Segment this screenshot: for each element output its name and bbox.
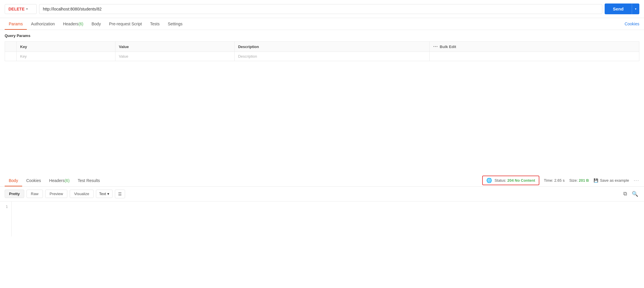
send-dropdown-button[interactable]: ▾ xyxy=(632,3,639,14)
request-tabs: Params Authorization Headers(6) Body Pre… xyxy=(0,18,644,30)
line-number-1: 1 xyxy=(3,204,8,209)
params-table: Key Value Description ··· Bulk Edit xyxy=(5,41,639,61)
time-display: Time: 2.65 s xyxy=(544,178,565,183)
wrap-icon: ☰ xyxy=(118,192,122,196)
search-icon: 🔍 xyxy=(632,191,638,197)
status-code: 204 No Content xyxy=(507,178,535,183)
tab-pre-request-script[interactable]: Pre-request Script xyxy=(105,18,146,30)
format-pretty-button[interactable]: Pretty xyxy=(5,190,24,198)
code-content[interactable] xyxy=(12,202,644,236)
method-label: DELETE xyxy=(8,7,24,11)
code-area: 1 xyxy=(0,202,644,236)
wrap-lines-button[interactable]: ☰ xyxy=(115,190,125,198)
bulk-edit-label[interactable]: Bulk Edit xyxy=(440,45,456,49)
middle-spacer xyxy=(0,61,644,175)
copy-icon: ⧉ xyxy=(623,191,627,197)
format-visualize-button[interactable]: Visualize xyxy=(70,190,94,198)
description-header: Description xyxy=(234,42,429,52)
save-example-button[interactable]: 💾 Save as example xyxy=(594,178,629,183)
save-icon: 💾 xyxy=(594,178,598,183)
key-header: Key xyxy=(17,42,115,52)
tab-params[interactable]: Params xyxy=(5,18,27,30)
params-table-wrapper: Key Value Description ··· Bulk Edit xyxy=(0,41,644,61)
copy-button[interactable]: ⧉ xyxy=(622,190,628,198)
tab-authorization[interactable]: Authorization xyxy=(27,18,59,30)
format-raw-button[interactable]: Raw xyxy=(27,190,43,198)
more-options-icon[interactable]: ··· xyxy=(634,178,639,183)
value-header: Value xyxy=(115,42,234,52)
response-tab-body[interactable]: Body xyxy=(5,175,22,186)
tab-body[interactable]: Body xyxy=(87,18,105,30)
tab-settings[interactable]: Settings xyxy=(164,18,187,30)
response-tabs-row: Body Cookies Headers(6) Test Results 🌐 S… xyxy=(0,175,644,187)
checkbox-header xyxy=(5,42,17,52)
response-tab-headers[interactable]: Headers(6) xyxy=(45,175,74,186)
headers-badge: (6) xyxy=(78,22,83,26)
right-icons-group: ⧉ 🔍 xyxy=(622,190,639,198)
send-button-group: Send ▾ xyxy=(605,3,639,14)
body-format-row: Pretty Raw Preview Visualize Text ▾ ☰ ⧉ … xyxy=(0,187,644,202)
query-params-section: Query Params Key Value Description ··· B… xyxy=(0,30,644,61)
description-cell[interactable]: Description xyxy=(234,52,429,61)
text-format-selector[interactable]: Text ▾ xyxy=(96,190,113,198)
row-checkbox-cell xyxy=(5,52,17,61)
query-params-label: Query Params xyxy=(0,30,644,41)
table-row: Key Value Description xyxy=(5,52,639,61)
key-cell[interactable]: Key xyxy=(17,52,115,61)
status-label: Status: 204 No Content xyxy=(494,178,535,183)
response-status-group: 🌐 Status: 204 No Content Time: 2.65 s Si… xyxy=(482,176,639,185)
more-icon: ··· xyxy=(433,44,438,49)
line-numbers: 1 xyxy=(0,202,12,236)
response-section: Body Cookies Headers(6) Test Results 🌐 S… xyxy=(0,175,644,288)
tab-tests[interactable]: Tests xyxy=(146,18,164,30)
globe-icon: 🌐 xyxy=(486,178,492,183)
tab-headers[interactable]: Headers(6) xyxy=(59,18,87,30)
search-button[interactable]: 🔍 xyxy=(631,190,639,198)
response-headers-badge: (6) xyxy=(64,178,69,183)
send-button[interactable]: Send xyxy=(605,3,632,14)
app-container: DELETE ▾ Send ▾ Params Authorization Hea… xyxy=(0,0,644,288)
method-selector[interactable]: DELETE ▾ xyxy=(5,4,37,14)
format-preview-button[interactable]: Preview xyxy=(45,190,67,198)
text-format-chevron-icon: ▾ xyxy=(107,192,109,196)
bulk-edit-header: ··· Bulk Edit xyxy=(429,42,639,52)
response-tab-cookies[interactable]: Cookies xyxy=(22,175,45,186)
response-tab-test-results[interactable]: Test Results xyxy=(74,175,104,186)
value-cell[interactable]: Value xyxy=(115,52,234,61)
status-badge-box: 🌐 Status: 204 No Content xyxy=(482,176,539,185)
url-bar: DELETE ▾ Send ▾ xyxy=(0,0,644,18)
actions-cell xyxy=(429,52,639,61)
url-input[interactable] xyxy=(39,4,602,14)
cookies-link[interactable]: Cookies xyxy=(624,22,639,26)
size-display: Size: 201 B xyxy=(569,178,589,183)
chevron-down-icon: ▾ xyxy=(26,7,28,10)
